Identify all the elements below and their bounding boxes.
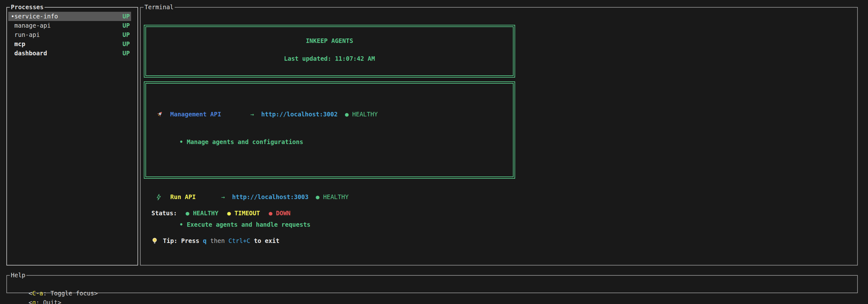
selected-bullet	[11, 39, 14, 49]
shortcut-key: C-a	[32, 290, 43, 297]
legend-healthy-dot-icon: ●	[186, 209, 189, 218]
healthy-dot-icon: ●	[345, 110, 348, 119]
shortcut-key: q	[32, 299, 36, 304]
shortcut-quit: <q: Quit>	[29, 299, 61, 304]
terminal-panel: Terminal INKEEP AGENTS Last updated: 11:…	[140, 7, 858, 266]
tip-key-q: q	[203, 236, 207, 245]
processes-panel-title: Processes	[10, 3, 44, 12]
processes-panel: Processes • service-info UP manage-api U…	[6, 7, 138, 266]
service-management-api: Management API → http://localhost:3002 ●…	[155, 91, 513, 165]
tip-text: Tip: Press	[163, 236, 203, 245]
status-area: Status: ● HEALTHY ● TIMEOUT ● DOWN Tip: …	[151, 190, 290, 264]
legend-timeout-dot-icon: ●	[227, 209, 231, 218]
status-legend: Status: ● HEALTHY ● TIMEOUT ● DOWN	[151, 209, 290, 218]
help-panel: Help <C-a: Toggle focus> <q: Quit> <j: N…	[6, 275, 858, 293]
selected-bullet: •	[11, 12, 14, 21]
selected-bullet	[11, 21, 14, 30]
service-name: Management API	[170, 110, 221, 119]
healthy-dot-icon: ●	[316, 192, 319, 202]
legend-timeout-label: TIMEOUT	[235, 209, 260, 218]
process-name: run-api	[14, 30, 123, 39]
legend-down-dot-icon: ●	[269, 209, 272, 218]
process-status-badge: UP	[123, 30, 130, 39]
process-name: service-info	[14, 12, 123, 21]
tip-text: to exit	[250, 236, 280, 245]
tip-text: then	[207, 236, 228, 245]
agents-header-box: INKEEP AGENTS Last updated: 11:07:42 AM	[144, 25, 515, 77]
app-title: INKEEP AGENTS	[146, 36, 513, 45]
service-description: • Manage agents and configurations	[155, 137, 513, 146]
service-health-status: HEALTHY	[323, 192, 349, 202]
help-shortcuts: <C-a: Toggle focus> <q: Quit> <j: Next> …	[7, 276, 857, 304]
process-status-badge: UP	[123, 12, 130, 21]
process-status-badge: UP	[123, 49, 130, 58]
terminal-panel-title: Terminal	[144, 3, 175, 12]
process-name: dashboard	[14, 49, 123, 58]
process-name: mcp	[14, 39, 123, 49]
rocket-icon	[155, 110, 170, 119]
service-url[interactable]: http://localhost:3002	[261, 110, 338, 119]
status-label: Status:	[151, 209, 177, 218]
legend-healthy-label: HEALTHY	[193, 209, 218, 218]
process-name: manage-api	[14, 21, 123, 30]
process-row-run-api[interactable]: run-api UP	[8, 30, 131, 39]
selected-bullet	[11, 49, 14, 58]
lightbulb-icon	[151, 237, 163, 245]
legend-down-label: DOWN	[276, 209, 290, 218]
process-row-mcp[interactable]: mcp UP	[8, 39, 131, 49]
arrow-icon: →	[250, 110, 254, 119]
process-status-badge: UP	[123, 39, 130, 49]
process-row-service-info[interactable]: • service-info UP	[8, 12, 131, 21]
process-row-dashboard[interactable]: dashboard UP	[8, 49, 131, 58]
services-box: Management API → http://localhost:3002 ●…	[144, 81, 515, 179]
shortcut-toggle-focus: <C-a: Toggle focus>	[29, 290, 98, 297]
help-panel-title: Help	[10, 271, 26, 280]
selected-bullet	[11, 30, 14, 39]
tip-key-ctrl-c: Ctrl+C	[228, 236, 250, 245]
last-updated-text: Last updated: 11:07:42 AM	[146, 54, 513, 63]
process-row-manage-api[interactable]: manage-api UP	[8, 21, 131, 30]
process-status-badge: UP	[123, 21, 130, 30]
process-list: • service-info UP manage-api UP run-api …	[7, 8, 137, 58]
tip-line: Tip: Press q then Ctrl+C to exit	[151, 236, 290, 245]
service-health-status: HEALTHY	[352, 110, 378, 119]
